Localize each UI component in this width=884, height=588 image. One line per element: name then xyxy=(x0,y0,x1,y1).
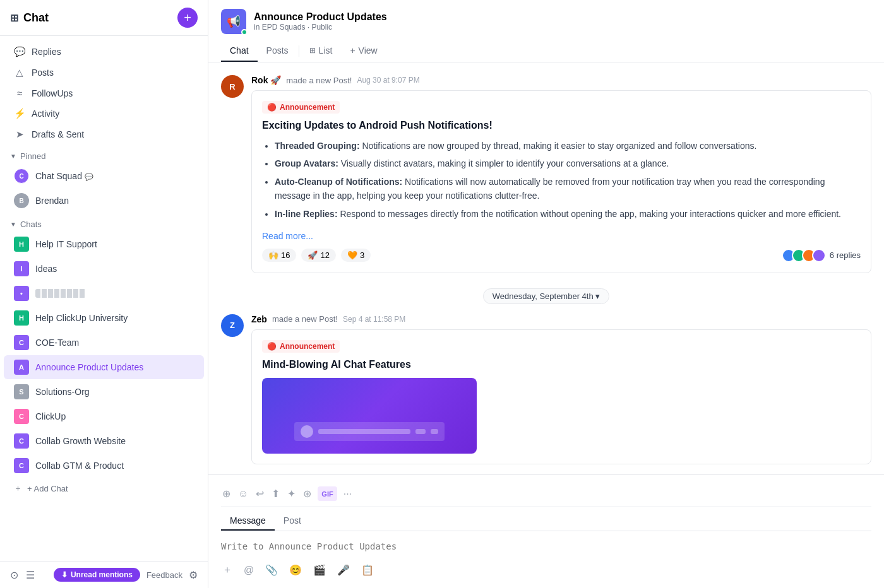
tab-divider xyxy=(299,45,299,57)
sidebar-item-drafts[interactable]: ➤ Drafts & Sent xyxy=(4,124,204,144)
read-more-link-1[interactable]: Read more... xyxy=(262,231,313,241)
input-toolbar: ＋ @ 📎 😊 🎬 🎤 📋 xyxy=(221,562,871,578)
input-tab-post[interactable]: Post xyxy=(275,512,310,531)
img-bar xyxy=(294,422,445,441)
bullet-2: Group Avatars: Visually distinct avatars… xyxy=(275,156,861,170)
date-pill[interactable]: Wednesday, September 4th ▾ xyxy=(483,288,610,304)
sidebar-item-followups[interactable]: ≈ FollowUps xyxy=(4,83,204,103)
sidebar-item-announce[interactable]: A Announce Product Updates xyxy=(4,355,204,379)
sidebar-item-help-it[interactable]: H Help IT Support xyxy=(4,232,204,256)
replies-count-1[interactable]: 6 replies xyxy=(830,250,861,260)
sidebar-item-coe-team[interactable]: C COE-Team xyxy=(4,331,204,355)
post-card-1: 🔴 Announcement Exciting Updates to Andro… xyxy=(251,90,871,273)
message-content-1: Rok 🚀 made a new Post! Aug 30 at 9:07 PM… xyxy=(251,75,871,273)
post-title-2: Mind-Blowing AI Chat Features xyxy=(262,359,861,370)
tab-list[interactable]: ⊞ List xyxy=(301,40,342,62)
reply-avatars-1 xyxy=(782,249,826,262)
input-tab-message[interactable]: Message xyxy=(221,512,275,531)
unread-mentions-badge[interactable]: ⬇ Unread mentions xyxy=(54,568,140,582)
tab-chat[interactable]: Chat xyxy=(221,40,258,62)
format-emoji-btn[interactable]: ☺ xyxy=(237,486,249,501)
format-toolbar: ⊕ ☺ ↩ ⬆ ✦ ⊛ GIF ··· xyxy=(221,483,871,507)
post-body-1: Threaded Grouping: Notifications are now… xyxy=(262,139,861,221)
img-dot xyxy=(301,425,313,438)
sidebar-navigation: 💬 Replies △ Posts ≈ FollowUps ⚡ Activity… xyxy=(0,36,208,561)
heart-emoji: 🧡 xyxy=(347,250,357,260)
channel-subtitle: in EPD Squads · Public xyxy=(254,23,387,32)
message-block-2: Z Zeb made a new Post! Sep 4 at 11:58 PM… xyxy=(221,314,871,464)
input-at-btn[interactable]: @ xyxy=(242,563,255,577)
sidebar-item-help-clickup[interactable]: H Help ClickUp University xyxy=(4,306,204,330)
help-icon[interactable]: ⊙ xyxy=(10,569,18,581)
message-author-1: Rok 🚀 xyxy=(251,75,281,85)
pinned-section-header[interactable]: ▼ Pinned xyxy=(0,145,208,163)
sidebar: ⊞ Chat + 💬 Replies △ Posts ≈ FollowUps ⚡… xyxy=(0,0,208,588)
add-chat-button[interactable]: ＋ + Add Chat xyxy=(4,478,204,498)
input-clip-btn[interactable]: 📋 xyxy=(360,563,375,577)
sidebar-item-activity[interactable]: ⚡ Activity xyxy=(4,103,204,124)
message-header-1: Rok 🚀 made a new Post! Aug 30 at 9:07 PM xyxy=(251,75,871,85)
img-line xyxy=(318,429,410,434)
bullet-1: Threaded Grouping: Notifications are now… xyxy=(275,139,861,153)
channel-avatar: 📢 xyxy=(221,9,246,34)
replies-icon: 💬 xyxy=(14,46,25,57)
sidebar-item-brendan[interactable]: B Brendan xyxy=(4,189,204,213)
message-timestamp-1: Aug 30 at 9:07 PM xyxy=(357,76,419,85)
message-timestamp-2: Sep 4 at 11:58 PM xyxy=(343,315,405,324)
message-block-1: R Rok 🚀 made a new Post! Aug 30 at 9:07 … xyxy=(221,75,871,273)
messages-area: R Rok 🚀 made a new Post! Aug 30 at 9:07 … xyxy=(208,62,884,474)
sidebar-item-solutions-org[interactable]: S Solutions-Org xyxy=(4,380,204,404)
sidebar-item-collab-gtm[interactable]: C Collab GTM & Product xyxy=(4,454,204,478)
input-plus-btn[interactable]: ＋ xyxy=(221,562,234,578)
sidebar-item-blurred[interactable]: • xyxy=(4,281,204,305)
settings-icon[interactable]: ⚙ xyxy=(189,569,198,581)
tab-view[interactable]: + View xyxy=(341,40,386,62)
avatar: C xyxy=(14,168,29,184)
format-more-btn[interactable]: ··· xyxy=(342,486,353,501)
input-tabs: Message Post xyxy=(221,512,871,531)
rocket-count: 12 xyxy=(320,250,329,260)
list-icon[interactable]: ☰ xyxy=(26,569,35,581)
reactions-row-1: 🙌 16 🚀 12 🧡 3 xyxy=(262,249,861,262)
coe-team-avatar: C xyxy=(14,335,29,350)
format-mention-btn[interactable]: ⊛ xyxy=(302,486,313,501)
reaction-clap[interactable]: 🙌 16 xyxy=(262,249,296,262)
reaction-rocket[interactable]: 🚀 12 xyxy=(301,249,335,262)
format-magic-btn[interactable]: ✦ xyxy=(286,486,297,501)
help-it-avatar: H xyxy=(14,237,29,252)
sidebar-item-collab-growth[interactable]: C Collab Growth Website xyxy=(4,429,204,453)
format-upload-btn[interactable]: ⬆ xyxy=(270,486,281,501)
format-reply-btn[interactable]: ↩ xyxy=(254,486,265,501)
sidebar-item-replies[interactable]: 💬 Replies xyxy=(4,42,204,62)
input-mic-btn[interactable]: 🎤 xyxy=(336,563,351,577)
announce-avatar: A xyxy=(14,360,29,375)
input-emoji-btn[interactable]: 😊 xyxy=(288,563,303,577)
format-gif-btn[interactable]: GIF xyxy=(318,486,337,501)
reaction-heart[interactable]: 🧡 3 xyxy=(341,249,371,262)
solutions-org-avatar: S xyxy=(14,384,29,399)
message-content-2: Zeb made a new Post! Sep 4 at 11:58 PM 🔴… xyxy=(251,314,871,464)
posts-icon: △ xyxy=(14,67,25,78)
input-video-btn[interactable]: 🎬 xyxy=(312,563,327,577)
channel-header: 📢 Announce Product Updates in EPD Squads… xyxy=(208,0,884,62)
input-attachment-btn[interactable]: 📎 xyxy=(264,563,279,577)
tab-posts[interactable]: Posts xyxy=(258,40,297,62)
ideas-avatar: I xyxy=(14,261,29,276)
main-content: 📢 Announce Product Updates in EPD Squads… xyxy=(208,0,884,588)
activity-icon: ⚡ xyxy=(14,108,25,119)
sidebar-item-clickup[interactable]: C ClickUp xyxy=(4,404,204,428)
help-clickup-avatar: H xyxy=(14,310,29,326)
chat-squad-label: Chat Squad 💬 xyxy=(35,171,93,181)
chats-section-header[interactable]: ▼ Chats xyxy=(0,213,208,232)
sidebar-item-posts[interactable]: △ Posts xyxy=(4,62,204,83)
sidebar-item-chat-squad[interactable]: C Chat Squad 💬 xyxy=(4,164,204,188)
new-chat-button[interactable]: + xyxy=(177,8,198,28)
announcement-badge-2: 🔴 Announcement xyxy=(262,340,340,353)
format-add-btn[interactable]: ⊕ xyxy=(221,486,232,501)
message-input[interactable] xyxy=(221,538,871,555)
clickup-avatar: C xyxy=(14,409,29,424)
sidebar-item-ideas[interactable]: I Ideas xyxy=(4,257,204,281)
brendan-avatar: B xyxy=(14,193,29,208)
blurred-label xyxy=(35,289,86,298)
heart-count: 3 xyxy=(360,250,364,260)
